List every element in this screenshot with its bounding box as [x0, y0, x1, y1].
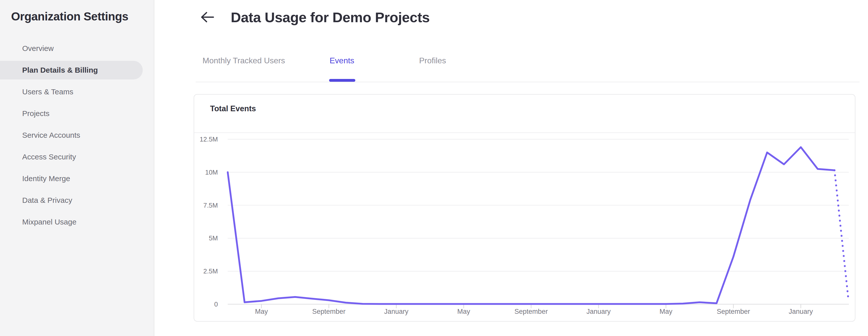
back-button[interactable] [200, 10, 215, 24]
sidebar-item-mixpanel-usage[interactable]: Mixpanel Usage [0, 213, 143, 231]
y-axis-label: 0 [194, 300, 218, 308]
x-axis-label: January [371, 308, 422, 315]
usage-chart-card: Total Events 12.5M10M7.5M5M2.5M0MaySepte… [194, 94, 856, 322]
y-axis-label: 5M [194, 234, 218, 242]
active-tab-underline [329, 79, 355, 82]
sidebar-item-access-security[interactable]: Access Security [0, 148, 143, 166]
x-axis-label: September [708, 308, 758, 315]
x-axis-label: May [438, 308, 489, 315]
tab-monthly-tracked-users[interactable]: Monthly Tracked Users [203, 56, 285, 65]
y-axis-label: 12.5M [194, 135, 218, 143]
sidebar-item-identity-merge[interactable]: Identity Merge [0, 169, 143, 188]
total-events-line-chart[interactable] [194, 95, 855, 321]
x-axis-label: May [641, 308, 691, 315]
x-axis-label: January [776, 308, 826, 315]
sidebar-item-data-privacy[interactable]: Data & Privacy [0, 191, 143, 210]
y-axis-label: 2.5M [194, 267, 218, 275]
sidebar-item-overview[interactable]: Overview [0, 39, 143, 58]
page-title: Data Usage for Demo Projects [231, 9, 430, 26]
sidebar: Organization Settings OverviewPlan Detai… [0, 0, 154, 336]
sidebar-item-projects[interactable]: Projects [0, 104, 143, 123]
sidebar-item-service-accounts[interactable]: Service Accounts [0, 126, 143, 145]
tab-profiles[interactable]: Profiles [419, 56, 446, 65]
x-axis-label: May [236, 308, 287, 315]
x-axis-label: September [506, 308, 556, 315]
back-arrow-icon [200, 21, 215, 25]
y-axis-label: 10M [194, 168, 218, 176]
tab-bar-divider [196, 82, 860, 82]
tab-bar: Monthly Tracked UsersEventsProfiles [0, 56, 868, 84]
y-axis-label: 7.5M [194, 201, 218, 209]
app-root: Organization Settings OverviewPlan Detai… [0, 0, 868, 336]
x-axis-label: January [573, 308, 624, 315]
tab-events[interactable]: Events [330, 56, 354, 65]
sidebar-title: Organization Settings [11, 9, 128, 23]
x-axis-label: September [304, 308, 354, 315]
sidebar-item-users-teams[interactable]: Users & Teams [0, 83, 143, 101]
